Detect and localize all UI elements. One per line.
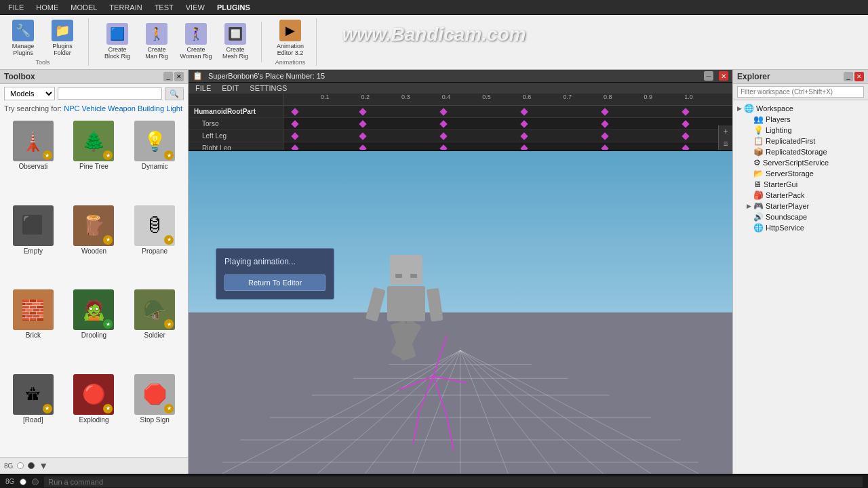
anim-track-list: HumanoidRootPart Torso Left Leg Right Le… — [189, 94, 283, 150]
track-right-leg[interactable]: Right Leg — [189, 142, 283, 150]
ribbon-group-tools: 🔧 ManagePlugins 📁 PluginsFolder Tools — [5, 18, 89, 66]
suggestion-vehicle[interactable]: Vehicle — [82, 104, 106, 113]
kf-row-humanoid[interactable] — [283, 106, 732, 118]
toolbox-close[interactable]: ✕ — [174, 72, 184, 81]
toolbox-item-soldier[interactable]: 🪖 ★ Soldier — [125, 287, 184, 369]
create-block-rig-button[interactable]: 🟦 CreateBlock Rig — [100, 22, 135, 61]
suggestion-weapon[interactable]: Weapon — [108, 104, 136, 113]
menu-terrain[interactable]: TERRAIN — [104, 2, 147, 13]
anim-menu-edit[interactable]: EDIT — [219, 83, 241, 93]
tree-item-server-script-service[interactable]: ⚙ ServerScriptService — [733, 157, 868, 168]
animation-editor-button[interactable]: ▶ AnimationEditor 3.2 — [273, 18, 308, 58]
tree-item-server-storage[interactable]: 📂 ServerStorage — [733, 168, 868, 179]
toolbox-item-pine-tree[interactable]: 🌲 ★ Pine Tree — [65, 118, 123, 200]
return-to-editor-button[interactable]: Return To Editor — [224, 274, 326, 291]
keyframe-rows — [283, 106, 732, 150]
plugins-folder-button[interactable]: 📁 PluginsFolder — [45, 18, 80, 58]
model-type-select[interactable]: Models Decals Audio — [4, 87, 55, 100]
explorer-tree: ▶ 🌐 Workspace 👥 Players 💡 Lighting 📋 Rep… — [733, 100, 868, 474]
manage-plugins-button[interactable]: 🔧 ManagePlugins — [5, 18, 41, 58]
menu-test[interactable]: TEST — [149, 2, 179, 13]
tree-item-http-service[interactable]: 🌐 HttpService — [733, 222, 868, 233]
toolbox-item-wooden[interactable]: 🪵 ★ Wooden — [65, 203, 123, 285]
svg-line-19 — [433, 376, 447, 417]
menu-home[interactable]: HOME — [31, 2, 64, 13]
toolbox-item-exploding[interactable]: 🔴 ★ Exploding — [65, 371, 123, 453]
tree-item-starter-player[interactable]: ▶ 🎮 StarterPlayer — [733, 201, 868, 211]
playing-animation-text: Playing animation... — [224, 257, 326, 266]
toolbox-item-brick[interactable]: 🧱 Brick — [4, 287, 62, 369]
toolbox-item-observati[interactable]: 🗼 ★ Observati — [4, 118, 62, 200]
toolbox-item-dynamic[interactable]: 💡 ★ Dynamic — [125, 118, 184, 200]
tree-item-players[interactable]: 👥 Players — [733, 114, 868, 125]
toolbox-search-input[interactable] — [58, 87, 162, 100]
svg-line-17 — [433, 336, 447, 376]
try-searching-text: Try searching for: NPC Vehicle Weapon Bu… — [0, 103, 188, 114]
toolbox-header: Toolbox _ ✕ — [0, 70, 188, 84]
track-humanoid-root[interactable]: HumanoidRootPart — [189, 106, 283, 118]
toolbox-minimize[interactable]: _ — [163, 72, 173, 81]
kf-row-right-leg[interactable] — [283, 142, 732, 150]
toolbox-item-road[interactable]: 🛣 ★ [Road] — [4, 371, 62, 453]
tree-item-replicated-first[interactable]: 📋 ReplicatedFirst — [733, 136, 868, 146]
toolbox-item-empty[interactable]: ⬛ Empty — [4, 203, 62, 285]
tree-item-soundscape[interactable]: 🔊 Soundscape — [733, 211, 868, 222]
ribbon-group-rigs: 🟦 CreateBlock Rig 🚶 CreateMan Rig 🚶‍♀️ C… — [100, 22, 262, 62]
menu-plugins[interactable]: PLUGINS — [212, 2, 256, 13]
anim-editor-header: 📋 SuperBonbon6's Place Number: 15 ─ ✕ — [189, 70, 732, 83]
anim-editor-close[interactable]: ✕ — [719, 71, 728, 81]
animation-editor: 📋 SuperBonbon6's Place Number: 15 ─ ✕ FI… — [189, 70, 732, 151]
toolbox-search-button[interactable]: 🔍 — [165, 87, 184, 100]
anim-keyframe-area: 0.1 0.2 0.3 0.4 0.5 0.6 0.7 0.8 0.9 1.0 — [283, 94, 732, 150]
anim-menu-settings[interactable]: SETTINGS — [247, 83, 290, 93]
toolbox-item-stop-sign[interactable]: 🛑 ★ Stop Sign — [125, 371, 184, 453]
kf-row-left-leg[interactable] — [283, 130, 732, 142]
create-mesh-rig-button[interactable]: 🔲 CreateMesh Rig — [218, 22, 253, 61]
timeline-ruler: 0.1 0.2 0.3 0.4 0.5 0.6 0.7 0.8 0.9 1.0 — [283, 94, 732, 106]
tree-item-lighting[interactable]: 💡 Lighting — [733, 125, 868, 136]
suggestion-building[interactable]: Building — [138, 104, 164, 113]
track-torso[interactable]: Torso — [189, 118, 283, 130]
ribbon-group-animations: ▶ AnimationEditor 3.2 Animations — [273, 18, 317, 66]
explorer-search-area — [733, 84, 868, 100]
tree-item-workspace[interactable]: ▶ 🌐 Workspace — [733, 103, 868, 114]
toolbox-bottom-bar: 8G ▼ — [0, 457, 188, 474]
menu-model[interactable]: MODEL — [65, 2, 102, 13]
status-circle-dark — [32, 479, 39, 485]
anim-menu-file[interactable]: FILE — [193, 83, 214, 93]
tree-item-replicated-storage[interactable]: 📦 ReplicatedStorage — [733, 146, 868, 157]
explorer-close[interactable]: ✕ — [854, 72, 864, 81]
anim-menu-bar: FILE EDIT SETTINGS — [189, 83, 732, 94]
kf-row-torso[interactable] — [283, 118, 732, 130]
tree-item-starter-gui[interactable]: 🖥 StarterGui — [733, 179, 868, 190]
anim-editor-minimize[interactable]: ─ — [704, 71, 713, 81]
status-bar: 8G — [0, 474, 868, 488]
menu-file[interactable]: FILE — [3, 2, 29, 13]
explorer-search-input[interactable] — [737, 86, 864, 98]
suggestion-npc[interactable]: NPC — [64, 104, 79, 113]
scroll-down-arrow[interactable]: ▼ — [39, 460, 48, 471]
anim-timeline: HumanoidRootPart Torso Left Leg Right Le… — [189, 94, 732, 150]
suggestion-light[interactable]: Light — [166, 104, 182, 113]
anim-window-title: SuperBonbon6's Place Number: 15 — [208, 72, 325, 80]
tree-item-starter-pack[interactable]: 🎒 StarterPack — [733, 190, 868, 201]
command-input[interactable] — [44, 476, 863, 487]
svg-line-20 — [413, 410, 420, 444]
playing-animation-dialog: Playing animation... Return To Editor — [216, 248, 334, 300]
status-circle-white — [20, 479, 26, 485]
status-dot-white — [17, 462, 24, 469]
timeline-opts-btn[interactable]: ≡ — [719, 138, 732, 150]
top-menu-bar: FILE HOME MODEL TERRAIN TEST VIEW PLUGIN… — [0, 0, 868, 15]
timeline-add-btn[interactable]: + — [719, 125, 732, 138]
explorer-header: Explorer _ ✕ — [733, 70, 868, 84]
track-left-leg[interactable]: Left Leg — [189, 130, 283, 142]
viewport[interactable]: Playing animation... Return To Editor — [189, 151, 732, 474]
ribbon: 🔧 ManagePlugins 📁 PluginsFolder Tools 🟦 … — [0, 15, 868, 70]
toolbox-panel: Toolbox _ ✕ Models Decals Audio 🔍 Try se… — [0, 70, 189, 474]
explorer-minimize[interactable]: _ — [844, 72, 853, 81]
menu-view[interactable]: VIEW — [180, 2, 210, 13]
create-woman-rig-button[interactable]: 🚶‍♀️ CreateWoman Rig — [178, 22, 214, 61]
toolbox-item-drooling[interactable]: 🧟 ★ Drooling — [65, 287, 123, 369]
create-man-rig-button[interactable]: 🚶 CreateMan Rig — [139, 22, 174, 61]
toolbox-item-propane[interactable]: 🛢 ★ Propane — [125, 203, 184, 285]
